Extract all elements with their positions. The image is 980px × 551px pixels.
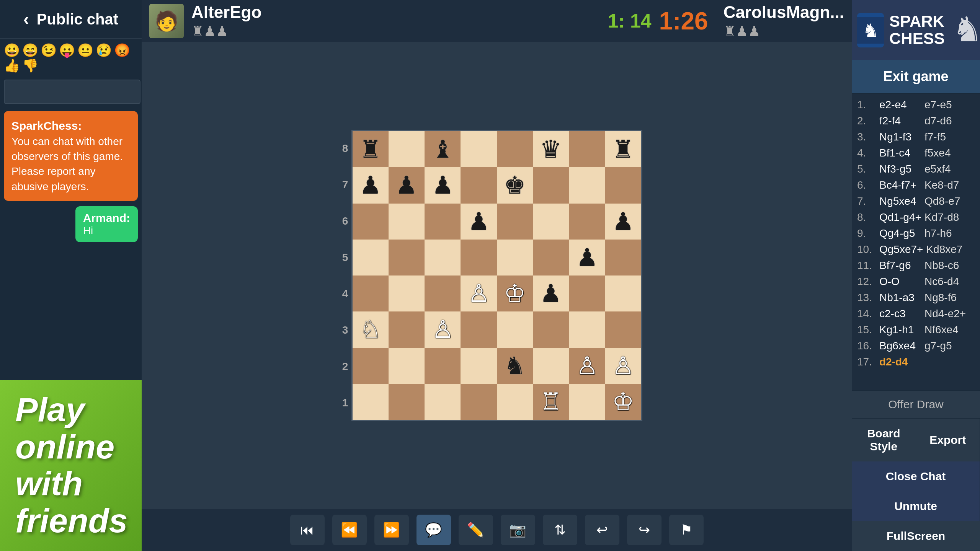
ctrl-fast-forward[interactable]: ⏩ [374, 515, 409, 545]
cell-7-1[interactable]: ♟ [353, 167, 389, 203]
chat-input[interactable] [4, 80, 140, 104]
cell-5-8[interactable] [605, 240, 641, 276]
ctrl-redo[interactable]: ↪ [627, 515, 662, 545]
cell-6-1[interactable] [353, 204, 389, 240]
emoji-grin[interactable]: 😀 [4, 44, 20, 57]
ctrl-chat[interactable]: 💬 [416, 515, 451, 545]
cell-3-2[interactable] [389, 311, 425, 347]
ctrl-rewind[interactable]: ⏪ [332, 515, 367, 545]
cell-4-6[interactable]: ♟ [533, 276, 569, 311]
cell-8-5[interactable] [497, 131, 533, 167]
cell-5-6[interactable] [533, 240, 569, 276]
close-chat-button[interactable]: Close Chat [852, 461, 980, 491]
cell-2-8[interactable]: ♙ [605, 348, 641, 384]
emoji-smile[interactable]: 😄 [22, 44, 38, 57]
cell-5-3[interactable] [425, 240, 461, 276]
cell-2-4[interactable] [461, 348, 497, 384]
ctrl-edit[interactable]: ✏️ [459, 515, 493, 545]
cell-7-8[interactable] [605, 167, 641, 203]
exit-game-button[interactable]: Exit game [852, 60, 980, 94]
moves-list: 1.e2-e4e7-e52.f2-f4d7-d63.Ng1-f3f7-f54.B… [852, 94, 980, 390]
cell-3-8[interactable] [605, 311, 641, 347]
unmute-button[interactable]: Unmute [852, 491, 980, 521]
cell-4-5[interactable]: ♔ [497, 276, 533, 311]
cell-3-4[interactable] [461, 311, 497, 347]
cell-2-1[interactable] [353, 348, 389, 384]
cell-8-2[interactable] [389, 131, 425, 167]
cell-4-3[interactable] [425, 276, 461, 311]
cell-2-2[interactable] [389, 348, 425, 384]
rank-labels: 8 7 6 5 4 3 2 1 [340, 130, 351, 421]
cell-6-6[interactable] [533, 204, 569, 240]
piece-7-3: ♟ [432, 173, 454, 197]
emoji-thumbsup[interactable]: 👍 [4, 59, 20, 72]
board-style-button[interactable]: Board Style [852, 419, 916, 461]
cell-2-7[interactable]: ♙ [569, 348, 605, 384]
cell-6-3[interactable] [425, 204, 461, 240]
cell-8-3[interactable]: ♝ [425, 131, 461, 167]
ctrl-undo[interactable]: ↩ [585, 515, 619, 545]
cell-7-2[interactable]: ♟ [389, 167, 425, 203]
export-button[interactable]: Export [916, 419, 980, 461]
cell-6-2[interactable] [389, 204, 425, 240]
cell-1-4[interactable] [461, 384, 497, 420]
cell-3-5[interactable] [497, 311, 533, 347]
ctrl-flag[interactable]: ⚑ [669, 515, 704, 545]
move-white: Ng1-f3 [879, 131, 921, 143]
emoji-cry[interactable]: 😢 [96, 44, 112, 57]
move-number: 11. [857, 259, 876, 272]
back-button[interactable]: ‹ [23, 10, 29, 29]
emoji-thumbsdown[interactable]: 👎 [22, 59, 38, 72]
offer-draw-button[interactable]: Offer Draw [852, 390, 980, 418]
cell-2-6[interactable] [533, 348, 569, 384]
cell-7-6[interactable] [533, 167, 569, 203]
cell-3-6[interactable] [533, 311, 569, 347]
cell-4-4[interactable]: ♙ [461, 276, 497, 311]
cell-1-3[interactable] [425, 384, 461, 420]
fullscreen-button[interactable]: FullScreen [852, 521, 980, 551]
cell-7-4[interactable] [461, 167, 497, 203]
ctrl-rewind-start[interactable]: ⏮ [290, 515, 325, 545]
cell-7-5[interactable]: ♚ [497, 167, 533, 203]
chess-board[interactable]: ♜♝♛♜♟♟♟♚♟♟♟♙♔♟♘♙♞♙♙♖♔ [351, 130, 642, 421]
emoji-tongue[interactable]: 😛 [59, 44, 75, 57]
cell-3-7[interactable] [569, 311, 605, 347]
cell-4-7[interactable] [569, 276, 605, 311]
ctrl-swap[interactable]: ⇅ [543, 515, 577, 545]
cell-1-7[interactable] [569, 384, 605, 420]
cell-5-7[interactable]: ♟ [569, 240, 605, 276]
ctrl-camera[interactable]: 📷 [501, 515, 535, 545]
cell-7-3[interactable]: ♟ [425, 167, 461, 203]
cell-4-2[interactable] [389, 276, 425, 311]
rank-7: 7 [340, 179, 351, 191]
cell-8-7[interactable] [569, 131, 605, 167]
cell-6-8[interactable]: ♟ [605, 204, 641, 240]
cell-1-2[interactable] [389, 384, 425, 420]
emoji-neutral[interactable]: 😐 [77, 44, 93, 57]
cell-1-6[interactable]: ♖ [533, 384, 569, 420]
cell-6-5[interactable] [497, 204, 533, 240]
cell-8-1[interactable]: ♜ [353, 131, 389, 167]
cell-5-2[interactable] [389, 240, 425, 276]
cell-8-8[interactable]: ♜ [605, 131, 641, 167]
cell-3-3[interactable]: ♙ [425, 311, 461, 347]
cell-1-5[interactable] [497, 384, 533, 420]
emoji-wink[interactable]: 😉 [41, 44, 57, 57]
cell-2-3[interactable] [425, 348, 461, 384]
cell-1-8[interactable]: ♔ [605, 384, 641, 420]
piece-4-5: ♔ [504, 281, 526, 306]
cell-4-1[interactable] [353, 276, 389, 311]
cell-3-1[interactable]: ♘ [353, 311, 389, 347]
cell-5-1[interactable] [353, 240, 389, 276]
emoji-angry[interactable]: 😡 [114, 44, 130, 57]
cell-2-5[interactable]: ♞ [497, 348, 533, 384]
cell-1-1[interactable] [353, 384, 389, 420]
cell-4-8[interactable] [605, 276, 641, 311]
cell-6-7[interactable] [569, 204, 605, 240]
cell-7-7[interactable] [569, 167, 605, 203]
cell-8-6[interactable]: ♛ [533, 131, 569, 167]
cell-5-4[interactable] [461, 240, 497, 276]
cell-5-5[interactable] [497, 240, 533, 276]
cell-8-4[interactable] [461, 131, 497, 167]
cell-6-4[interactable]: ♟ [461, 204, 497, 240]
